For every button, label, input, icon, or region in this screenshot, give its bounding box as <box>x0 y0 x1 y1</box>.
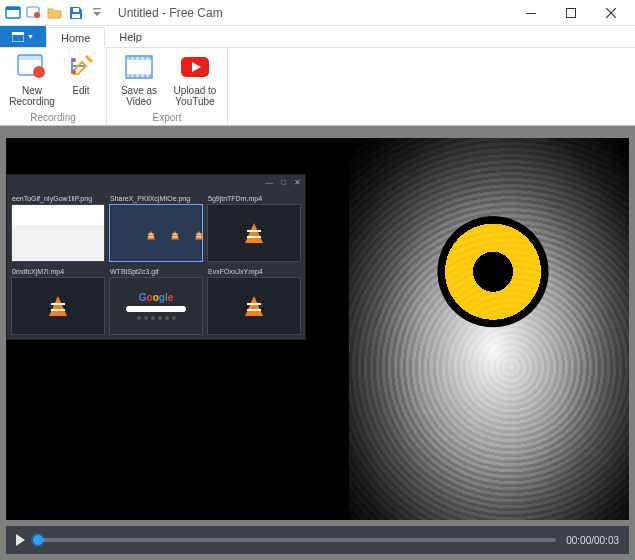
file-tab-icon <box>12 32 24 42</box>
explorer-close-icon: ✕ <box>294 178 301 187</box>
svg-rect-6 <box>93 8 101 9</box>
vlc-cone-icon <box>49 296 67 316</box>
file-name: EvxFOxxJxY.mp4 <box>207 266 301 277</box>
group-recording: New Recording Edit Recording <box>0 48 107 125</box>
window-controls <box>511 0 631 26</box>
svg-rect-1 <box>6 7 20 10</box>
svg-point-3 <box>34 12 40 18</box>
file-name: 0mdfcXjM7l.mp4 <box>11 266 105 277</box>
file-thumbnail <box>109 204 203 262</box>
svg-rect-5 <box>73 8 79 12</box>
file-thumbnail <box>11 204 105 262</box>
file-tab[interactable]: ▼ <box>0 26 46 47</box>
time-display: 00:00/00:03 <box>566 535 619 546</box>
file-name: 5g9jtnTFDm.mp4 <box>207 193 301 204</box>
file-item: WTBtSpt2c3.gifGoogle <box>109 266 203 335</box>
app-icon <box>4 4 22 22</box>
svg-point-14 <box>72 58 76 62</box>
ribbon: New Recording Edit Recording Save as Vid… <box>0 48 635 126</box>
quick-access-toolbar <box>4 4 106 22</box>
new-recording-button[interactable]: New Recording <box>8 51 56 107</box>
file-item: EvxFOxxJxY.mp4 <box>207 266 301 335</box>
video-area: — □ ✕ eenToGif_nIyGow1liP.pngShareX_PKll… <box>0 126 635 560</box>
svg-point-15 <box>72 70 76 74</box>
youtube-icon <box>179 51 211 83</box>
svg-point-13 <box>33 66 45 78</box>
new-recording-icon <box>16 51 48 83</box>
player-controls: 00:00/00:03 <box>6 526 629 554</box>
file-thumbnail <box>207 277 301 335</box>
seek-track[interactable] <box>35 538 556 542</box>
tab-help[interactable]: Help <box>105 26 157 47</box>
qat-dropdown-icon[interactable] <box>88 4 106 22</box>
minimize-button[interactable] <box>511 0 551 26</box>
open-qat-icon[interactable] <box>46 4 64 22</box>
svg-rect-10 <box>12 32 24 35</box>
explorer-titlebar: — □ ✕ <box>7 175 305 189</box>
file-item: 5g9jtnTFDm.mp4 <box>207 193 301 262</box>
group-export: Save as Video Upload to YouTube Export <box>107 48 228 125</box>
file-thumbnail <box>11 277 105 335</box>
upload-to-youtube-label: Upload to YouTube <box>174 85 217 107</box>
google-logo: Google <box>139 292 173 303</box>
edit-button[interactable]: Edit <box>64 51 98 107</box>
explorer-minimize-icon: — <box>265 178 273 187</box>
new-recording-qat-icon[interactable] <box>25 4 43 22</box>
save-qat-icon[interactable] <box>67 4 85 22</box>
explorer-maximize-icon: □ <box>281 178 286 187</box>
maximize-button[interactable] <box>551 0 591 26</box>
save-as-video-label: Save as Video <box>121 85 157 107</box>
svg-rect-8 <box>567 8 576 17</box>
titlebar: Untitled - Free Cam <box>0 0 635 26</box>
ribbon-tabs: ▼ Home Help <box>0 26 635 48</box>
edit-icon <box>65 51 97 83</box>
save-as-video-button[interactable]: Save as Video <box>115 51 163 107</box>
vlc-cone-icon <box>245 296 263 316</box>
group-export-label: Export <box>153 112 182 123</box>
file-item: ShareX_PKllXcjMIOe.png <box>109 193 203 262</box>
owl-image <box>349 138 629 520</box>
vlc-cone-icon <box>245 223 263 243</box>
file-item: 0mdfcXjM7l.mp4 <box>11 266 105 335</box>
chevron-down-icon: ▼ <box>27 33 34 40</box>
file-name: eenToGif_nIyGow1liP.png <box>11 193 105 204</box>
file-name: WTBtSpt2c3.gif <box>109 266 203 277</box>
play-button[interactable] <box>16 534 25 546</box>
explorer-window: — □ ✕ eenToGif_nIyGow1liP.pngShareX_PKll… <box>6 174 306 340</box>
file-thumbnail: Google <box>109 277 203 335</box>
window-title: Untitled - Free Cam <box>118 6 223 20</box>
svg-rect-7 <box>526 13 536 14</box>
svg-rect-12 <box>18 55 42 60</box>
file-item: eenToGif_nIyGow1liP.png <box>11 193 105 262</box>
film-icon <box>123 51 155 83</box>
upload-to-youtube-button[interactable]: Upload to YouTube <box>171 51 219 107</box>
seek-thumb[interactable] <box>33 535 43 545</box>
group-recording-label: Recording <box>30 112 76 123</box>
new-recording-label: New Recording <box>9 85 55 107</box>
file-thumbnail <box>207 204 301 262</box>
video-preview[interactable]: — □ ✕ eenToGif_nIyGow1liP.pngShareX_PKll… <box>6 138 629 520</box>
tab-home[interactable]: Home <box>46 27 105 48</box>
close-button[interactable] <box>591 0 631 26</box>
edit-label: Edit <box>72 85 89 96</box>
svg-rect-4 <box>72 14 80 18</box>
file-name: ShareX_PKllXcjMIOe.png <box>109 193 203 204</box>
